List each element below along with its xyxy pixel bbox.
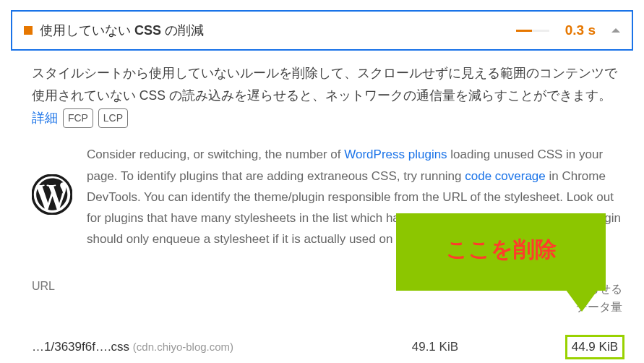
cell-url: …1/3639f6f….css (cdn.chiyo-blog.com) [32,340,364,354]
sugg-p1: Consider reducing, or switching, the num… [87,148,344,161]
cell-size: 49.1 KiB [364,340,458,354]
table-row: …1/3639f6f….css (cdn.chiyo-blog.com) 49.… [32,333,622,362]
file-name: …1/3639f6f….css [32,340,129,354]
title-text-bold: CSS [134,23,161,38]
chevron-up-icon[interactable] [611,28,620,33]
title-text-1: 使用していない [40,23,134,38]
annotation-callout: ここを削除 [396,213,606,312]
savings-highlight: 44.9 KiB [567,337,622,357]
audit-title: 使用していない CSS の削減 [40,22,509,39]
desc-text: スタイルシートから使用していないルールを削除して、スクロールせずに見える範囲のコ… [32,66,617,103]
lcp-badge: LCP [98,108,128,128]
sparkline [516,30,549,32]
metric-value: 0.3 s [565,22,596,38]
cell-savings: 44.9 KiB [458,337,622,357]
wordpress-icon [32,174,72,215]
rank-marker [24,26,33,35]
audit-content: スタイルシートから使用していないルールを削除して、スクロールせずに見える範囲のコ… [0,51,644,363]
wp-plugins-link[interactable]: WordPress plugins [344,148,447,161]
callout-tail [566,290,598,312]
audit-header[interactable]: 使用していない CSS の削減 0.3 s [11,10,633,51]
title-text-2: の削減 [161,23,204,38]
col-url-head: URL [32,280,364,317]
details-link[interactable]: 詳細 [32,111,58,125]
code-coverage-link[interactable]: code coverage [465,169,546,183]
fcp-badge: FCP [63,108,93,128]
file-origin: (cdn.chiyo-blog.com) [133,341,233,353]
callout-text: ここを削除 [396,213,606,291]
audit-description: スタイルシートから使用していないルールを削除して、スクロールせずに見える範囲のコ… [32,62,622,129]
